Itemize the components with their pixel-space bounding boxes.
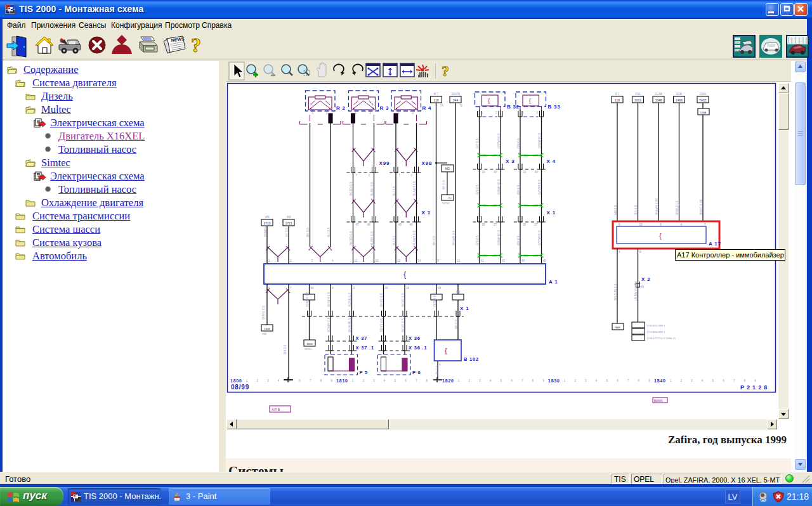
svg-text:BUWH 0.5: BUWH 0.5: [412, 230, 416, 245]
svg-text:BNYF 0.35: BNYF 0.35: [699, 199, 703, 215]
svg-text:GYWH 0.5: GYWH 0.5: [537, 179, 541, 195]
svg-text:R 1: R 1: [615, 93, 620, 96]
svg-text:X98: X98: [422, 160, 433, 166]
svg-text:45: 45: [385, 287, 389, 290]
svg-text:X 2: X 2: [641, 276, 650, 282]
svg-text:BUWH 0.5: BUWH 0.5: [412, 181, 416, 196]
svg-text:BU 3.5: BU 3.5: [392, 235, 396, 245]
svg-text:10: 10: [376, 259, 379, 263]
svg-text:BNBU 0.5: BNBU 0.5: [675, 201, 679, 215]
svg-text:BKWH 0.5: BKWH 0.5: [452, 230, 455, 245]
svg-text:BKVE 0.5: BKVE 0.5: [401, 293, 405, 307]
svg-text:46: 46: [410, 223, 414, 226]
svg-text:180B: 180B: [264, 327, 270, 330]
svg-text:AM: AM: [287, 216, 291, 219]
svg-text:GYWH 0.5: GYWH 0.5: [497, 133, 501, 148]
svg-text:BMW0: BMW0: [654, 399, 663, 403]
svg-text:45: 45: [398, 223, 402, 226]
svg-text:R 2: R 2: [336, 105, 346, 111]
svg-text:08/99: 08/99: [231, 384, 249, 391]
svg-text:X 1: X 1: [422, 210, 431, 216]
svg-text:11: 11: [355, 259, 358, 263]
svg-text:?: ?: [442, 63, 449, 79]
svg-text:344: 344: [453, 98, 459, 102]
svg-text:1810: 1810: [336, 379, 348, 383]
svg-text:44: 44: [521, 259, 525, 263]
svg-text:GY 0.5: GY 0.5: [516, 235, 520, 245]
svg-text:58: 58: [311, 287, 315, 290]
svg-text:INB: INB: [262, 332, 266, 335]
svg-text:39: 39: [482, 171, 486, 174]
svg-text:3001: 3001: [634, 98, 641, 102]
svg-text:BK 0.5: BK 0.5: [442, 180, 445, 190]
svg-text:72: 72: [459, 104, 463, 107]
svg-text:BU 3.5: BU 3.5: [327, 227, 331, 237]
svg-text:1840: 1840: [654, 379, 666, 383]
svg-text:180 7: 180 7: [448, 197, 455, 200]
svg-text:{: {: [529, 98, 531, 104]
svg-text:GY 0.5: GY 0.5: [516, 185, 520, 195]
svg-text:BKVE 0.5: BKVE 0.5: [401, 318, 405, 332]
svg-text:BDWH 0.5: BDWH 0.5: [327, 317, 331, 332]
svg-text:40: 40: [535, 171, 539, 174]
svg-text:R 4: R 4: [422, 105, 432, 111]
svg-text:3RATB: 3RATB: [451, 93, 460, 96]
svg-text:GNWH 0.5: GNWH 0.5: [497, 179, 501, 195]
svg-text:7A: 7A: [440, 104, 444, 107]
svg-text:1717 B70-X8H 1: 1717 B70-X8H 1: [646, 330, 665, 334]
svg-text:AIR-B: AIR-B: [272, 408, 280, 412]
svg-text:45: 45: [543, 259, 547, 263]
svg-text:X99: X99: [379, 160, 390, 166]
svg-text:F9A: F9A: [635, 93, 640, 96]
svg-text:GN 0.5: GN 0.5: [516, 138, 520, 148]
svg-text:GN 0.5: GN 0.5: [475, 185, 479, 195]
svg-text:R2B: R2B: [676, 93, 682, 96]
svg-text:BKYE 0.5: BKYE 0.5: [379, 293, 383, 307]
svg-text:BU 3.5: BU 3.5: [392, 186, 396, 196]
svg-text:BN 3.35 0.5: BN 3.35 0.5: [613, 283, 617, 301]
svg-text:X 36 .1: X 36 .1: [409, 345, 427, 351]
svg-text:180S: 180S: [306, 342, 313, 346]
svg-text:MO: MO: [445, 167, 450, 171]
svg-text:118: 118: [615, 98, 620, 102]
svg-text:{: {: [445, 347, 447, 354]
svg-text:X 3: X 3: [506, 159, 514, 164]
svg-text:X 1: X 1: [460, 306, 469, 311]
svg-text:X 37 .1: X 37 .1: [356, 345, 374, 351]
svg-text:RDYE 0.5: RDYE 0.5: [348, 293, 351, 307]
svg-text:1466: 1466: [676, 98, 683, 102]
svg-text:B 33: B 33: [548, 104, 561, 110]
svg-text:AM: AM: [456, 290, 461, 294]
svg-text:47: 47: [356, 223, 360, 226]
svg-text:PAIR: PAIR: [615, 326, 620, 329]
svg-text:BUBK 0.5: BUBK 0.5: [370, 231, 374, 245]
svg-text:B 102: B 102: [464, 356, 479, 362]
svg-text:BKRH 0.5: BKRH 0.5: [348, 318, 351, 332]
svg-text:{: {: [488, 98, 490, 104]
svg-text:BNWH 0.35: BNWH 0.35: [655, 198, 658, 215]
svg-text:X 37: X 37: [356, 335, 368, 341]
svg-text:X 1: X 1: [547, 210, 556, 216]
svg-text:GN 0.5: GN 0.5: [475, 235, 479, 245]
svg-text:RD 0.5: RD 0.5: [634, 205, 638, 215]
svg-text:1800: 1800: [230, 379, 242, 383]
svg-text:40: 40: [494, 171, 497, 174]
svg-text:DLAB: DLAB: [655, 93, 662, 96]
svg-text:P 5: P 5: [360, 370, 369, 375]
svg-text:X 36: X 36: [409, 335, 421, 341]
svg-text:GNWH 0.5: GNWH 0.5: [537, 133, 541, 148]
svg-text:GNWH 0.5: GNWH 0.5: [497, 230, 501, 245]
svg-text:YEWH 0.5: YEWH 0.5: [263, 222, 267, 237]
svg-text:18: 18: [406, 287, 410, 290]
svg-text:GY 0.5: GY 0.5: [475, 138, 479, 148]
svg-text:58: 58: [438, 287, 442, 290]
svg-text:BK 3.5: BK 3.5: [306, 228, 310, 237]
svg-text:14: 14: [418, 259, 422, 263]
svg-text:BKRD 0.5: BKRD 0.5: [349, 182, 353, 196]
svg-text:?: ?: [191, 34, 201, 56]
svg-text:MA 0.5: MA 0.5: [613, 205, 617, 215]
svg-text:26: 26: [523, 223, 527, 226]
svg-text:BUBK 0.5: BUBK 0.5: [370, 182, 374, 196]
svg-text:1830: 1830: [548, 379, 560, 383]
svg-text:3348: 3348: [655, 98, 662, 102]
